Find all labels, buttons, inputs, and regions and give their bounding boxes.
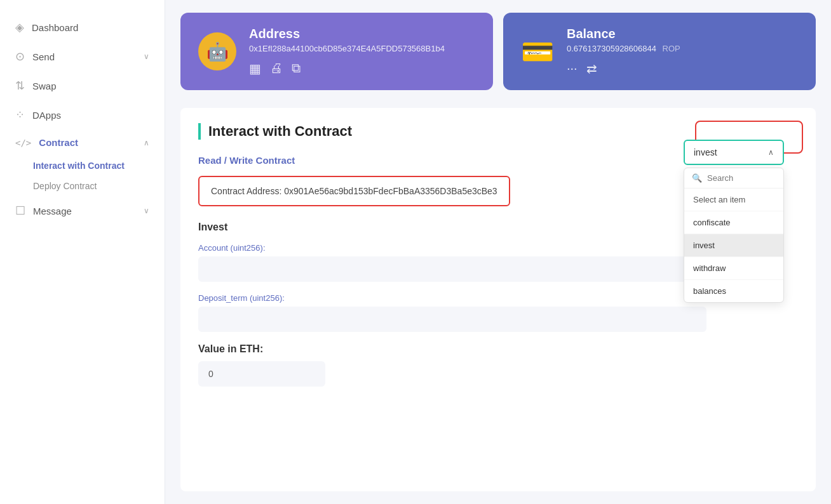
- sidebar-item-dashboard[interactable]: ◈ Dashboard: [0, 13, 165, 42]
- balance-card: 💳 Balance 0.676137305928606844 ROP ··· ⇄: [503, 13, 816, 90]
- more-icon[interactable]: ···: [567, 61, 578, 76]
- dropdown-item-balances[interactable]: balances: [684, 280, 783, 302]
- sidebar-item-swap[interactable]: ⇅ Swap: [0, 71, 165, 100]
- address-card: 🤖 Address 0x1EfI288a44100cb6D85e374E4A5F…: [180, 13, 493, 90]
- dropdown-item-withdraw[interactable]: withdraw: [684, 257, 783, 280]
- sidebar-item-label: Contract: [39, 137, 78, 148]
- dropdown-item-confiscate[interactable]: confiscate: [684, 211, 783, 234]
- qr-icon[interactable]: ▦: [249, 61, 261, 76]
- copy-icon[interactable]: ⧉: [292, 61, 301, 76]
- account-input[interactable]: [198, 256, 706, 282]
- sidebar: ◈ Dashboard ⊙ Send ∨ ⇅ Swap ⁘ DApps </> …: [0, 0, 165, 504]
- sidebar-item-label: Swap: [32, 81, 57, 91]
- cards-row: 🤖 Address 0x1EfI288a44100cb6D85e374E4A5F…: [180, 13, 816, 90]
- sidebar-item-message[interactable]: ☐ Message ∨: [0, 196, 165, 225]
- transfer-icon[interactable]: ⇄: [586, 61, 597, 76]
- balance-card-title: Balance: [567, 27, 798, 41]
- dropdown-search-box: 🔍: [684, 168, 783, 189]
- dropdown-selected-value: invest: [694, 147, 717, 157]
- dropdown-container: invest ∧ 🔍 Select an item confiscate inv…: [684, 140, 784, 165]
- swap-icon: ⇅: [15, 79, 25, 93]
- content-area: Interact with Contract Read / Write Cont…: [180, 108, 816, 491]
- sidebar-item-label: DApps: [32, 110, 61, 121]
- dashboard-icon: ◈: [15, 20, 24, 34]
- dropdown-search-input[interactable]: [707, 173, 776, 183]
- dropdown-item-placeholder[interactable]: Select an item: [684, 189, 783, 211]
- chevron-up-icon: ∧: [144, 138, 149, 147]
- value-eth-input[interactable]: [198, 361, 325, 387]
- dropdown-trigger[interactable]: invest ∧: [684, 140, 784, 165]
- sidebar-item-label: Message: [33, 206, 72, 216]
- main-content: 🤖 Address 0x1EfI288a44100cb6D85e374E4A5F…: [165, 0, 831, 504]
- sidebar-item-label: Dashboard: [32, 22, 78, 33]
- dropdown-menu: 🔍 Select an item confiscate invest withd…: [684, 168, 784, 303]
- search-icon: 🔍: [692, 173, 702, 183]
- contract-address-label: Contract Address:: [211, 186, 281, 196]
- avatar: 🤖: [198, 32, 236, 70]
- dropdown-item-invest[interactable]: invest: [684, 234, 783, 257]
- balance-wallet-icon: 💳: [521, 36, 554, 67]
- chevron-down-icon: ∨: [144, 52, 149, 61]
- balance-currency: ROP: [663, 44, 680, 53]
- sidebar-item-interact[interactable]: Interact with Contract: [33, 156, 165, 176]
- sidebar-item-send[interactable]: ⊙ Send ∨: [0, 42, 165, 71]
- message-icon: ☐: [15, 204, 25, 218]
- dapps-icon: ⁘: [15, 108, 25, 122]
- contract-address-box: Contract Address: 0x901Ae56ac9bd153bFdec…: [198, 176, 510, 206]
- chevron-down-icon: ∨: [144, 206, 149, 215]
- sidebar-item-label: Send: [32, 51, 55, 62]
- send-icon: ⊙: [15, 50, 25, 63]
- chevron-up-icon: ∧: [768, 148, 774, 157]
- contract-icon: </>: [15, 138, 31, 148]
- sidebar-item-deploy[interactable]: Deploy Contract: [33, 176, 165, 196]
- dropdown-wrapper: invest ∧ 🔍 Select an item confiscate inv…: [695, 121, 803, 154]
- sidebar-subitems-contract: Interact with Contract Deploy Contract: [0, 156, 165, 196]
- address-card-info: Address 0x1EfI288a44100cb6D85e374E4A5FDD…: [249, 27, 475, 76]
- sidebar-item-dapps[interactable]: ⁘ DApps: [0, 100, 165, 129]
- balance-card-value: 0.676137305928606844 ROP: [567, 44, 798, 53]
- address-card-actions: ▦ 🖨 ⧉: [249, 61, 475, 76]
- value-eth-label: Value in ETH:: [198, 343, 798, 355]
- sidebar-item-contract[interactable]: </> Contract ∧: [0, 129, 165, 156]
- address-card-value: 0x1EfI288a44100cb6D85e374E4A5FDD573568B1…: [249, 44, 475, 53]
- contract-address-value: 0x901Ae56ac9bd153bFdecFbBaA3356D3Ba5e3cB…: [284, 186, 497, 196]
- deposit-term-input[interactable]: [198, 307, 706, 332]
- balance-card-info: Balance 0.676137305928606844 ROP ··· ⇄: [567, 27, 798, 76]
- print-icon[interactable]: 🖨: [270, 61, 283, 76]
- balance-card-actions: ··· ⇄: [567, 61, 798, 76]
- address-card-title: Address: [249, 27, 475, 41]
